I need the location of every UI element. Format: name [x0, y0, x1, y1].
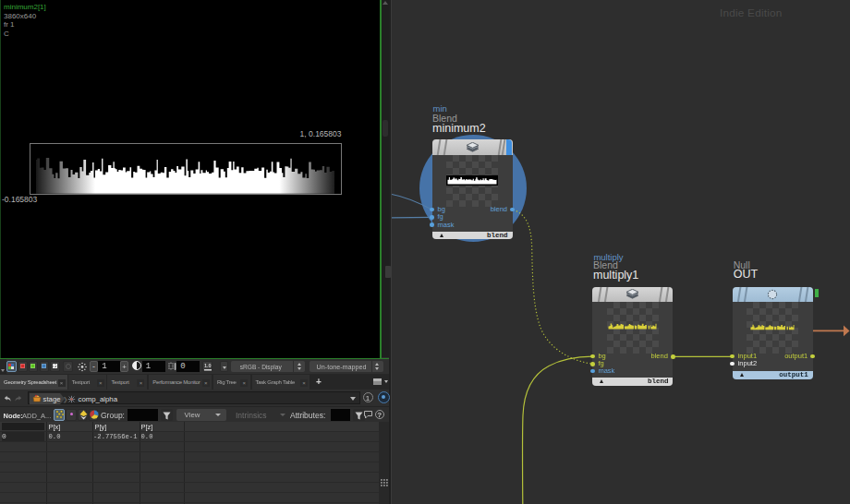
svg-text:1, 0.165803: 1, 0.165803: [300, 129, 342, 138]
svg-text:-0.165803: -0.165803: [2, 195, 38, 204]
